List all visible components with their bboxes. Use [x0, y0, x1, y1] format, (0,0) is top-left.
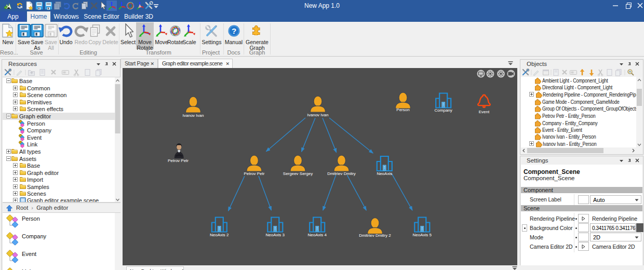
svg-text:Dmitriev Dmitry: Dmitriev Dmitry [327, 171, 356, 176]
svg-text:NeoAxis 3: NeoAxis 3 [266, 233, 285, 237]
svg-text:NeoAxis 2: NeoAxis 2 [210, 233, 229, 237]
svg-text:Petrov Petr: Petrov Petr [168, 158, 189, 163]
svg-text:NeoAxis 4: NeoAxis 4 [307, 233, 327, 237]
svg-text:Person: Person [396, 107, 409, 112]
svg-text:Company: Company [435, 108, 452, 113]
svg-text:Dmitriev Dmitry 2: Dmitriev Dmitry 2 [359, 233, 391, 238]
svg-text:Event: Event [479, 110, 490, 114]
svg-text:Sergeev Sergey: Sergeev Sergey [283, 171, 313, 176]
svg-text:?: ? [231, 26, 236, 35]
svg-text:Ivanov Ivan: Ivanov Ivan [183, 113, 204, 118]
svg-text:NeoAxis 5: NeoAxis 5 [413, 233, 432, 237]
svg-text:NeoAxis: NeoAxis [377, 171, 392, 176]
svg-text:Ivanov Ivan: Ivanov Ivan [307, 113, 329, 117]
svg-text:Petrov Petr: Petrov Petr [244, 171, 264, 176]
